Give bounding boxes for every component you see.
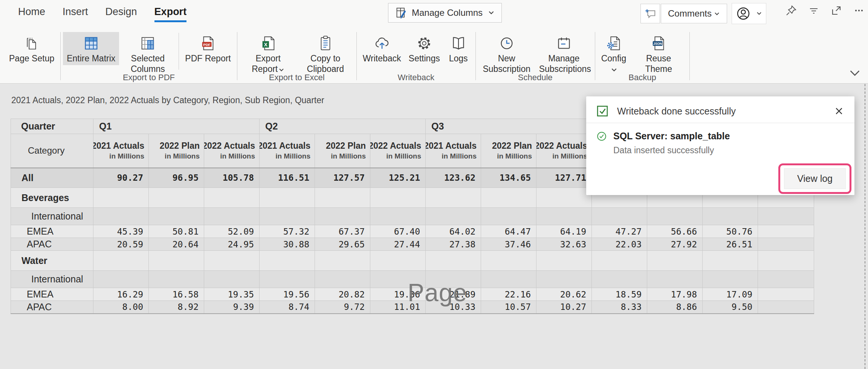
matrix-cell[interactable]: 19.35 [204,288,260,301]
matrix-cell[interactable] [592,271,647,288]
matrix-cell[interactable]: 134.65 [481,168,536,188]
more-options-icon[interactable] [852,4,866,17]
matrix-cell[interactable]: 20.59 [93,238,149,251]
tab-home[interactable]: Home [18,6,45,21]
tab-design[interactable]: Design [105,6,137,21]
row-header[interactable]: EMEA [11,225,93,238]
measure-header[interactable]: 2022 Planin Millions [481,134,536,168]
quarter-header[interactable]: Q2 [260,119,426,134]
measure-header[interactable]: 2022 Actualsin Millions [536,134,592,168]
matrix-cell[interactable] [703,208,758,225]
export-report-button[interactable]: X Export Report [240,32,297,76]
matrix-cell[interactable]: 90.27 [93,168,149,188]
entire-matrix-button[interactable]: Entire Matrix [63,32,119,65]
measure-header[interactable]: 2022 Actualsin Millions [370,134,426,168]
matrix-cell[interactable]: 9.50 [703,301,758,314]
matrix-cell[interactable] [592,208,647,225]
matrix-cell[interactable] [481,251,536,271]
matrix-cell[interactable] [481,271,536,288]
account-button[interactable] [732,3,766,24]
pdf-report-button[interactable]: PDF PDF Report [181,32,234,65]
matrix-cell[interactable]: 16.29 [93,288,149,301]
matrix-cell[interactable]: 17.98 [647,288,703,301]
tab-export[interactable]: Export [154,6,187,21]
focus-mode-icon[interactable] [830,4,843,17]
matrix-cell[interactable]: 123.62 [426,168,481,188]
measure-header[interactable]: 2021 Actualsin Millions [426,134,481,168]
tab-insert[interactable]: Insert [63,6,88,21]
new-subscription-button[interactable]: New Subscription [478,32,535,76]
matrix-cell[interactable] [536,188,592,208]
matrix-cell[interactable] [315,271,370,288]
matrix-cell[interactable] [93,208,149,225]
matrix-cell[interactable] [260,208,315,225]
matrix-cell[interactable]: 24.95 [204,238,260,251]
matrix-cell[interactable] [592,251,647,271]
view-log-button[interactable]: View log [784,168,846,189]
matrix-cell[interactable]: 45.39 [93,225,149,238]
copy-to-clipboard-button[interactable]: Copy to Clipboard [297,32,354,76]
matrix-cell[interactable] [481,208,536,225]
matrix-cell[interactable]: 27.38 [426,238,481,251]
matrix-cell[interactable] [149,251,204,271]
matrix-cell[interactable]: 127.57 [315,168,370,188]
matrix-cell[interactable]: 116.51 [260,168,315,188]
matrix-cell[interactable] [260,251,315,271]
matrix-cell[interactable] [149,208,204,225]
matrix-cell[interactable]: 96.95 [149,168,204,188]
matrix-cell[interactable]: 67.40 [370,225,426,238]
matrix-cell[interactable] [93,188,149,208]
matrix-cell[interactable]: 50.76 [703,225,758,238]
quarter-header[interactable]: Q3 [426,119,592,134]
matrix-cell[interactable]: 8.33 [592,301,647,314]
matrix-cell[interactable]: 32.63 [536,238,592,251]
matrix-cell[interactable] [370,188,426,208]
matrix-cell[interactable]: 67.37 [315,225,370,238]
page-setup-button[interactable]: Page Setup [5,32,58,65]
row-header[interactable]: Water [11,251,93,271]
settings-button[interactable]: Settings [405,32,444,65]
matrix-cell[interactable]: 64.02 [426,225,481,238]
matrix-cell[interactable] [536,251,592,271]
matrix-cell[interactable] [536,208,592,225]
matrix-cell[interactable]: 30.88 [260,238,315,251]
row-header[interactable]: Beverages [11,188,93,208]
matrix-cell[interactable]: 27.44 [370,238,426,251]
matrix-cell[interactable] [481,188,536,208]
matrix-cell[interactable]: 127.71 [536,168,592,188]
matrix-cell[interactable]: 37.46 [481,238,536,251]
manage-columns-button[interactable]: Manage Columns [388,3,502,23]
corner-quarter-cell[interactable]: Quarter [11,119,93,134]
matrix-cell[interactable] [647,271,703,288]
reuse-theme-button[interactable]: JSON Reuse Theme [630,32,687,76]
comments-button[interactable]: Comments [661,4,727,23]
matrix-cell[interactable]: 19.56 [260,288,315,301]
measure-header[interactable]: 2022 Actualsin Millions [204,134,260,168]
matrix-cell[interactable]: 18.59 [592,288,647,301]
matrix-cell[interactable]: 20.82 [315,288,370,301]
matrix-cell[interactable] [536,271,592,288]
measure-header[interactable]: 2022 Planin Millions [149,134,204,168]
manage-subscriptions-button[interactable]: Manage Subscriptions [535,32,593,76]
matrix-cell[interactable] [204,188,260,208]
matrix-cell[interactable] [647,251,703,271]
row-header[interactable]: International [11,208,93,225]
matrix-cell[interactable]: 22.03 [592,238,647,251]
matrix-cell[interactable]: 26.51 [703,238,758,251]
row-header[interactable]: APAC [11,238,93,251]
measure-header[interactable]: 2022 Planin Millions [315,134,370,168]
matrix-cell[interactable] [204,251,260,271]
matrix-cell[interactable] [426,188,481,208]
matrix-cell[interactable] [204,271,260,288]
measure-header[interactable]: 2021 Actualsin Millions [260,134,315,168]
matrix-cell[interactable] [426,251,481,271]
matrix-cell[interactable]: 9.39 [204,301,260,314]
collapse-ribbon-chevron-icon[interactable] [848,69,861,78]
matrix-cell[interactable] [260,188,315,208]
matrix-cell[interactable]: 8.86 [647,301,703,314]
filter-icon[interactable] [807,4,821,17]
matrix-cell[interactable]: 20.64 [149,238,204,251]
matrix-cell[interactable]: 20.62 [536,288,592,301]
selected-columns-button[interactable]: Selected Columns [119,32,176,76]
matrix-cell[interactable]: 64.19 [536,225,592,238]
